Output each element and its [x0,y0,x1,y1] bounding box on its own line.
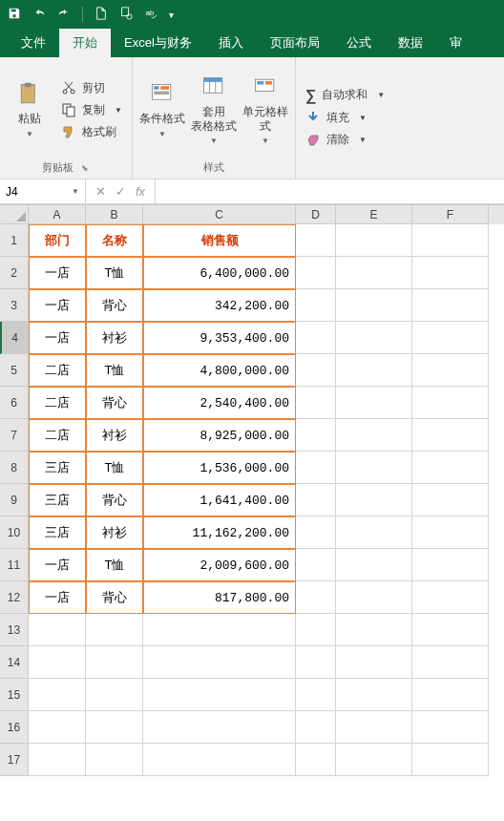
cell[interactable] [336,452,412,484]
cell[interactable] [296,744,336,776]
tab-excel-finance[interactable]: Excel与财务 [111,29,205,57]
row-header[interactable]: 3 [0,289,29,322]
cell[interactable]: 二店 [29,354,86,387]
cell[interactable] [412,711,489,744]
row-header[interactable]: 1 [0,224,29,257]
cell[interactable] [336,354,412,387]
cell[interactable] [336,744,412,776]
fill-button[interactable]: 填充 ▼ [302,108,388,128]
tab-formulas[interactable]: 公式 [333,29,385,57]
cell[interactable]: 1,536,000.00 [143,452,296,484]
row-header[interactable]: 13 [0,614,29,646]
fx-icon[interactable]: fx [136,184,145,199]
row-header[interactable]: 17 [0,744,29,776]
cell[interactable] [86,711,143,744]
cell[interactable] [86,679,143,711]
cell[interactable]: 衬衫 [86,516,143,549]
cell[interactable] [86,744,143,776]
cell[interactable]: T恤 [86,257,143,289]
cell[interactable]: 二店 [29,387,86,419]
cell[interactable] [336,711,412,744]
select-all-corner[interactable] [0,205,29,224]
cell[interactable]: 一店 [29,289,86,322]
paste-button[interactable]: 粘贴 ▼ [6,61,53,158]
customize-qat-icon[interactable]: ▾ [169,10,174,20]
cell[interactable] [412,224,489,257]
col-header-C[interactable]: C [143,205,296,224]
cell[interactable] [29,744,86,776]
cell[interactable] [412,581,489,614]
cell[interactable]: T恤 [86,354,143,387]
cell[interactable] [412,387,489,419]
cell[interactable] [412,289,489,322]
cell[interactable] [412,322,489,354]
autosum-button[interactable]: ∑ 自动求和 ▼ [302,85,388,106]
print-preview-icon[interactable] [119,7,133,23]
conditional-format-button[interactable]: 条件格式 ▼ [138,61,186,158]
undo-icon[interactable] [32,7,46,23]
row-header[interactable]: 12 [0,581,29,614]
cell[interactable]: 二店 [29,419,86,452]
row-header[interactable]: 6 [0,387,29,419]
cell[interactable] [86,646,143,679]
cell[interactable]: 背心 [86,484,143,516]
cell[interactable]: 342,200.00 [143,289,296,322]
col-header-F[interactable]: F [412,205,489,224]
row-header[interactable]: 2 [0,257,29,289]
row-header[interactable]: 7 [0,419,29,452]
cell[interactable] [29,679,86,711]
formula-input[interactable] [156,179,504,203]
format-painter-button[interactable]: 格式刷 [57,122,126,142]
table-format-button[interactable]: 套用 表格格式 ▼ [190,61,238,158]
cell[interactable]: T恤 [86,452,143,484]
cell[interactable]: 三店 [29,484,86,516]
cell[interactable]: 8,925,000.00 [143,419,296,452]
tab-file[interactable]: 文件 [8,29,59,57]
cut-button[interactable]: 剪切 [57,78,126,98]
cell[interactable] [29,711,86,744]
cell[interactable]: T恤 [86,549,143,581]
cell[interactable]: 一店 [29,549,86,581]
cell[interactable] [296,452,336,484]
cell[interactable]: 1,641,400.00 [143,484,296,516]
cell[interactable] [412,257,489,289]
cell[interactable] [336,614,412,646]
cell[interactable] [336,646,412,679]
cell[interactable] [412,744,489,776]
cell[interactable]: 11,162,200.00 [143,516,296,549]
cell[interactable] [143,646,296,679]
cancel-icon[interactable]: ✕ [95,184,106,199]
row-header[interactable]: 9 [0,484,29,516]
cell[interactable] [296,257,336,289]
cell[interactable] [296,679,336,711]
cell[interactable] [143,614,296,646]
copy-button[interactable]: 复制 ▼ [57,100,126,120]
row-header[interactable]: 14 [0,646,29,679]
row-header[interactable]: 11 [0,549,29,581]
cell[interactable] [296,614,336,646]
cell[interactable] [143,711,296,744]
new-doc-icon[interactable] [94,7,108,23]
cell[interactable] [296,646,336,679]
cell[interactable] [412,516,489,549]
cell[interactable]: 三店 [29,452,86,484]
cell[interactable]: 817,800.00 [143,581,296,614]
row-header[interactable]: 8 [0,452,29,484]
cell[interactable] [29,614,86,646]
dialog-launcher-icon[interactable]: ⬊ [81,163,89,173]
cell[interactable]: 三店 [29,516,86,549]
cell[interactable] [412,646,489,679]
col-header-E[interactable]: E [336,205,412,224]
cell[interactable]: 2,540,400.00 [143,387,296,419]
cell[interactable]: 背心 [86,289,143,322]
row-header[interactable]: 4 [0,322,29,354]
cell[interactable]: 一店 [29,257,86,289]
cell[interactable] [412,419,489,452]
cell[interactable] [336,549,412,581]
col-header-B[interactable]: B [86,205,143,224]
cell[interactable]: 背心 [86,581,143,614]
cell[interactable] [412,549,489,581]
cell[interactable]: 衬衫 [86,419,143,452]
name-box[interactable]: J4 ▼ [0,179,86,203]
row-header[interactable]: 5 [0,354,29,387]
